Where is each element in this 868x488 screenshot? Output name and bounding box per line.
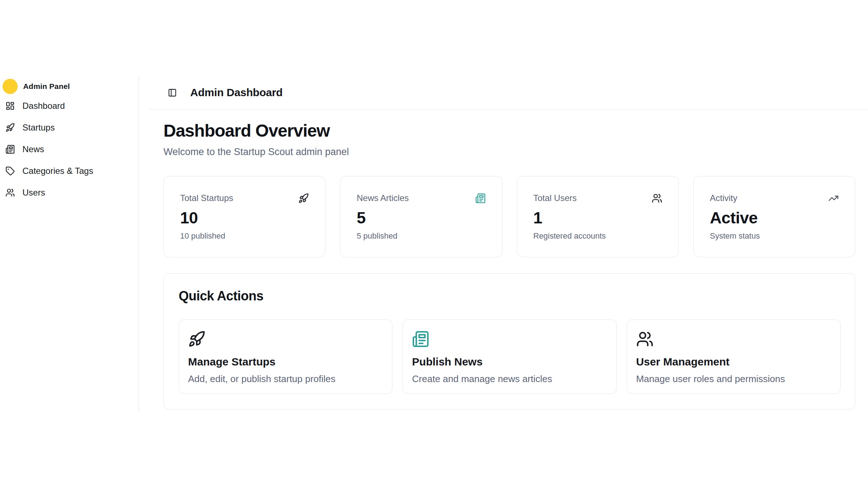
trending-up-icon xyxy=(828,193,839,204)
topbar: Admin Dashboard xyxy=(149,76,868,110)
stats-row: Total Startups 10 10 published News Arti… xyxy=(163,176,855,257)
stat-value: 1 xyxy=(533,210,662,226)
rocket-icon xyxy=(188,330,205,348)
tag-icon xyxy=(5,166,15,176)
sidebar-item-label: Users xyxy=(22,188,45,197)
users-icon xyxy=(5,188,15,197)
stat-label: Activity xyxy=(710,193,737,203)
action-title: Publish News xyxy=(412,356,607,367)
rocket-icon xyxy=(5,123,15,132)
stat-card-total-users: Total Users 1 Registered accounts xyxy=(517,176,679,257)
stat-subtext: System status xyxy=(710,231,839,241)
action-title: User Management xyxy=(636,356,831,367)
newspaper-icon xyxy=(5,145,15,154)
stat-subtext: Registered accounts xyxy=(533,231,662,241)
users-icon xyxy=(636,330,654,348)
sidebar-brand: Admin Panel xyxy=(3,79,139,94)
stat-label: Total Users xyxy=(533,193,577,203)
stat-subtext: 5 published xyxy=(357,231,485,241)
stat-value: Active xyxy=(710,210,839,226)
stat-card-activity: Activity Active System status xyxy=(693,176,855,257)
quick-actions-title: Quick Actions xyxy=(179,290,841,303)
stat-card-header: Total Users xyxy=(533,193,662,204)
stat-label: News Articles xyxy=(357,193,409,203)
sidebar-item-users[interactable]: Users xyxy=(0,182,139,204)
sidebar-item-news[interactable]: News xyxy=(0,138,139,160)
stat-label: Total Startups xyxy=(180,193,233,203)
overview-subtitle: Welcome to the Startup Scout admin panel xyxy=(163,146,855,158)
sidebar-toggle-button[interactable] xyxy=(168,88,177,97)
stat-value: 5 xyxy=(357,210,485,226)
sidebar: Admin Panel Dashboard Startups News xyxy=(0,76,139,412)
page-title: Admin Dashboard xyxy=(190,86,282,99)
newspaper-icon xyxy=(412,330,429,348)
panel-left-icon xyxy=(168,88,177,97)
stat-value: 10 xyxy=(180,210,309,226)
brand-logo-icon xyxy=(3,79,18,94)
action-description: Manage user roles and permissions xyxy=(636,373,831,385)
stat-subtext: 10 published xyxy=(180,231,309,241)
action-card-manage-startups[interactable]: Manage Startups Add, edit, or publish st… xyxy=(179,320,392,394)
stat-card-total-startups: Total Startups 10 10 published xyxy=(163,176,326,257)
dashboard-content: Dashboard Overview Welcome to the Startu… xyxy=(139,110,868,410)
sidebar-item-label: News xyxy=(22,145,44,154)
stat-card-header: Activity xyxy=(710,193,839,204)
sidebar-item-dashboard[interactable]: Dashboard xyxy=(0,95,139,117)
stat-card-header: Total Startups xyxy=(180,193,309,204)
sidebar-item-label: Categories & Tags xyxy=(22,167,93,175)
sidebar-item-label: Startups xyxy=(22,123,55,132)
brand-name: Admin Panel xyxy=(23,82,70,91)
overview-title: Dashboard Overview xyxy=(163,120,855,141)
action-title: Manage Startups xyxy=(188,356,383,367)
sidebar-item-categories-tags[interactable]: Categories & Tags xyxy=(0,160,139,182)
sidebar-item-startups[interactable]: Startups xyxy=(0,117,139,138)
stat-card-news-articles: News Articles 5 5 published xyxy=(340,176,502,257)
users-icon xyxy=(652,193,662,204)
action-description: Create and manage news articles xyxy=(412,373,607,385)
sidebar-menu: Dashboard Startups News Categories & Tag… xyxy=(0,95,139,204)
admin-app: Admin Panel Dashboard Startups News xyxy=(0,0,868,488)
newspaper-icon xyxy=(475,193,486,204)
layout-dashboard-icon xyxy=(5,101,15,111)
action-card-publish-news[interactable]: Publish News Create and manage news arti… xyxy=(403,320,616,394)
action-card-user-management[interactable]: User Management Manage user roles and pe… xyxy=(627,320,841,394)
sidebar-item-label: Dashboard xyxy=(22,102,65,110)
stat-card-header: News Articles xyxy=(357,193,485,204)
action-description: Add, edit, or publish startup profiles xyxy=(188,373,383,385)
quick-actions-panel: Quick Actions Manage Startups Add, edit,… xyxy=(163,273,855,410)
main-area: Admin Dashboard Dashboard Overview Welco… xyxy=(139,76,868,410)
quick-actions-row: Manage Startups Add, edit, or publish st… xyxy=(179,320,841,394)
rocket-icon xyxy=(298,193,309,204)
